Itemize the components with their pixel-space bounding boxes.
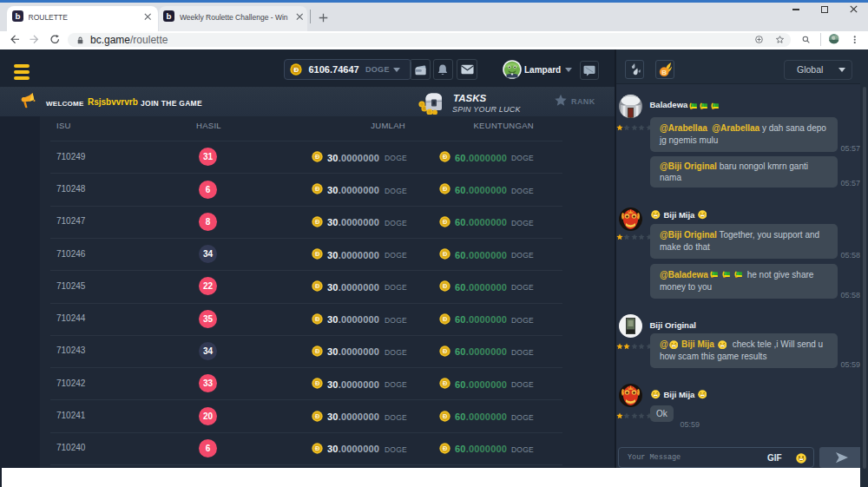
svg-text:Đ: Đ (315, 186, 320, 194)
svg-text:B: B (661, 69, 667, 76)
svg-text:Đ: Đ (443, 315, 448, 323)
svg-text:Đ: Đ (293, 66, 299, 74)
svg-text:Đ: Đ (315, 444, 320, 452)
svg-text:Đ: Đ (443, 283, 448, 291)
svg-text:Đ: Đ (315, 218, 320, 226)
svg-text:Đ: Đ (443, 347, 448, 355)
svg-text:Đ: Đ (443, 153, 448, 161)
svg-text:Đ: Đ (315, 412, 320, 420)
svg-text:Đ: Đ (443, 186, 448, 194)
svg-text:Đ: Đ (443, 379, 448, 387)
svg-text:Đ: Đ (443, 444, 448, 452)
svg-text:Đ: Đ (315, 379, 320, 387)
svg-text:b: b (167, 11, 172, 21)
svg-text:Đ: Đ (315, 283, 320, 291)
svg-text:Đ: Đ (315, 315, 320, 323)
svg-text:Đ: Đ (443, 250, 448, 258)
svg-text:Đ: Đ (443, 218, 448, 226)
svg-text:b: b (16, 11, 21, 21)
svg-text:Đ: Đ (315, 153, 320, 161)
svg-text:Đ: Đ (443, 412, 448, 420)
svg-text:Đ: Đ (315, 347, 320, 355)
svg-text:Đ: Đ (315, 250, 320, 258)
